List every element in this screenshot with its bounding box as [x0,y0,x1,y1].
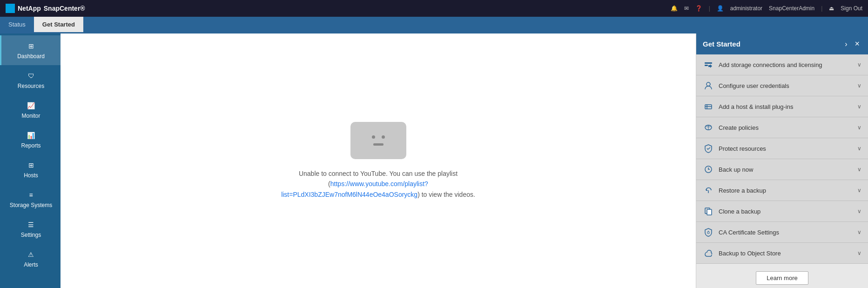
protect-resources-icon [703,143,714,154]
right-panel-header-actions: › × [843,38,861,50]
sidebar-item-reports-label: Reports [21,142,40,149]
panel-item-create-policies[interactable]: Create policies ∨ [696,117,868,138]
configure-creds-icon [703,80,714,91]
separator-2: | [821,5,822,12]
tab-get-started[interactable]: Get Started [34,17,83,33]
panel-item-backup-object-store-left: Backup to Object Store [703,248,781,259]
learn-more-button[interactable]: Learn more [756,271,808,285]
panel-item-configure-creds-left: Configure user credentials [703,80,789,91]
clone-backup-label: Clone a backup [719,208,760,215]
svg-marker-2 [708,64,712,68]
topbar-actions: 🔔 ✉ ❓ | 👤 administrator SnapCenterAdmin … [671,5,862,12]
restore-backup-icon [703,185,714,196]
right-panel-header: Get Started › × [696,33,868,54]
restore-backup-label: Restore a backup [719,187,766,194]
back-up-now-chevron: ∨ [857,166,861,173]
panel-item-clone-backup[interactable]: Clone a backup ∨ [696,201,868,222]
add-storage-label: Add storage connections and licensing [719,61,822,68]
youtube-link[interactable]: https://www.youtube.com/playlist?list=PL… [281,180,428,198]
panel-footer: Learn more [696,264,868,288]
ca-cert-icon [703,227,714,238]
signout-button[interactable]: Sign Out [841,5,862,12]
add-storage-icon [703,59,714,70]
sidebar-item-dashboard[interactable]: ⊞ Dashboard [0,35,61,65]
sidebar-item-resources-label: Resources [18,83,44,89]
sidebar-item-reports[interactable]: 📊 Reports [0,125,61,154]
user-icon: 👤 [717,5,724,12]
sidebar-item-settings[interactable]: ☰ Settings [0,214,61,244]
panel-item-backup-object-store[interactable]: Backup to Object Store ∨ [696,243,868,264]
panel-item-protect-resources-left: Protect resources [703,143,766,154]
sidebar-item-storage-systems[interactable]: ≡ Storage Systems [0,184,61,214]
sidebar-item-dashboard-label: Dashboard [17,53,45,60]
create-policies-label: Create policies [719,124,759,131]
monitor-icon: 📈 [26,100,36,111]
panel-item-protect-resources[interactable]: Protect resources ∨ [696,138,868,159]
product-name: SnapCenter® [44,5,85,12]
hosts-icon: ⊞ [26,160,36,170]
sidebar-item-resources[interactable]: 🛡 Resources [0,65,61,95]
ca-cert-chevron: ∨ [857,229,861,235]
yt-eyes [372,135,385,139]
sidebar-item-alerts[interactable]: ⚠ Alerts [0,244,61,274]
panel-item-add-storage-left: Add storage connections and licensing [703,59,822,70]
back-up-now-icon [703,164,714,175]
panel-item-add-storage[interactable]: Add storage connections and licensing ∨ [696,54,868,75]
main-layout: ⊞ Dashboard 🛡 Resources 📈 Monitor 📊 Repo… [0,33,868,288]
sidebar-item-hosts[interactable]: ⊞ Hosts [0,154,61,184]
panel-item-ca-cert[interactable]: CA Certificate Settings ∨ [696,222,868,243]
panel-next-button[interactable]: › [843,39,849,49]
clone-backup-chevron: ∨ [857,208,861,214]
sidebar-item-settings-label: Settings [21,232,41,238]
create-policies-icon [703,122,714,133]
add-host-label: Add a host & install plug-ins [719,103,793,110]
panel-item-restore-backup-left: Restore a backup [703,185,766,196]
panel-item-create-policies-left: Create policies [703,122,759,133]
mail-icon[interactable]: ✉ [684,5,689,12]
add-storage-chevron: ∨ [857,61,861,68]
configure-creds-chevron: ∨ [857,82,861,89]
help-icon[interactable]: ❓ [695,5,702,12]
panel-item-add-host-left: Add a host & install plug-ins [703,101,793,112]
notification-icon[interactable]: 🔔 [671,5,678,12]
sidebar-item-monitor[interactable]: 📈 Monitor [0,95,61,125]
back-up-now-label: Back up now [719,166,753,173]
protect-resources-label: Protect resources [719,145,766,152]
panel-item-configure-creds[interactable]: Configure user credentials ∨ [696,75,868,96]
svg-marker-11 [706,189,708,191]
yt-eye-right [382,135,385,139]
svg-rect-14 [707,209,712,215]
dashboard-icon: ⊞ [26,41,36,51]
panel-item-add-host[interactable]: Add a host & install plug-ins ∨ [696,96,868,117]
add-host-chevron: ∨ [857,103,861,110]
panel-item-back-up-now[interactable]: Back up now ∨ [696,159,868,180]
svg-point-3 [707,82,710,86]
sidebar-item-storage-label: Storage Systems [10,202,52,208]
yt-mouth [373,143,384,146]
panel-item-restore-backup[interactable]: Restore a backup ∨ [696,180,868,201]
separator-1: | [709,5,710,12]
alerts-icon: ⚠ [26,249,36,260]
topbar: NetApp SnapCenter® 🔔 ✉ ❓ | 👤 administrat… [0,0,868,17]
panel-close-button[interactable]: × [853,38,861,50]
add-host-icon [703,101,714,112]
create-policies-chevron: ∨ [857,124,861,131]
yt-face [372,135,385,146]
backup-object-store-chevron: ∨ [857,250,861,256]
sidebar-item-alerts-label: Alerts [24,261,38,268]
sidebar-item-monitor-label: Monitor [21,113,40,119]
youtube-error-message: Unable to connect to YouTube. You can us… [281,168,476,200]
panel-item-back-up-now-left: Back up now [703,164,753,175]
panel-item-clone-backup-left: Clone a backup [703,206,760,217]
panel-item-ca-cert-left: CA Certificate Settings [703,227,779,238]
reports-icon: 📊 [26,130,36,141]
tenant-name[interactable]: SnapCenterAdmin [769,5,814,12]
yt-eye-left [372,135,375,139]
backup-object-store-label: Backup to Object Store [719,250,781,257]
ca-cert-label: CA Certificate Settings [719,229,779,236]
restore-backup-chevron: ∨ [857,187,861,194]
username[interactable]: administrator [730,5,762,12]
right-panel: Get Started › × Add storage connections … [696,33,868,288]
tab-status[interactable]: Status [0,17,34,33]
tabbar: Status Get Started [0,17,868,33]
